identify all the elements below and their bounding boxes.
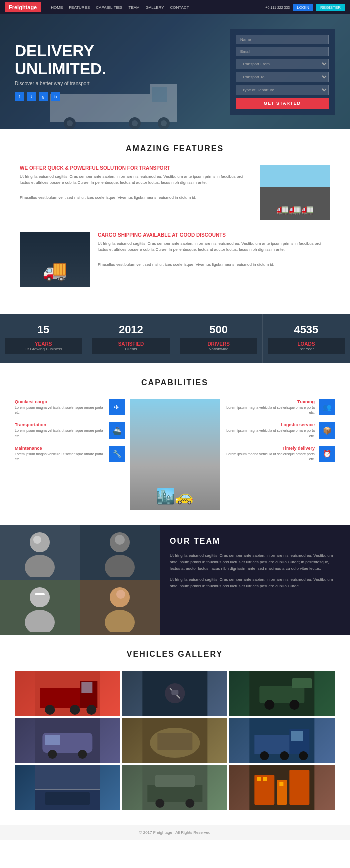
svg-point-14	[115, 535, 125, 545]
capabilities-left: Quickest cargo Lorem ipsum magna vehicul…	[15, 399, 130, 510]
svg-point-41	[78, 750, 87, 759]
svg-rect-66	[264, 777, 268, 781]
nav-contact[interactable]: CONTACT	[170, 5, 190, 10]
svg-point-6	[132, 120, 138, 126]
cap-timely-heading: Timely delivery	[225, 446, 315, 451]
nav-features[interactable]: FEATURES	[69, 5, 90, 10]
nav-team[interactable]: TEAM	[129, 5, 140, 10]
svg-point-27	[86, 705, 96, 715]
svg-point-19	[105, 610, 135, 632]
nav-gallery[interactable]: GALLERY	[146, 5, 164, 10]
svg-point-51	[300, 751, 308, 760]
svg-rect-24	[82, 682, 92, 693]
maintenance-icon: 🔧	[109, 446, 125, 462]
amazing-features-title: AMAZING FEATURES	[20, 144, 330, 153]
stat-drivers: 500 DRIVERS Nationwide	[176, 314, 263, 363]
cap-logistic-text: Logistic service Lorem ipsum magna vehic…	[225, 422, 315, 439]
social-icon-li[interactable]: in	[51, 92, 60, 101]
social-icon-gp[interactable]: g	[39, 92, 48, 101]
city-image	[130, 399, 220, 510]
svg-point-60	[186, 799, 194, 808]
cap-transportation-heading: Transportation	[15, 422, 105, 427]
feature-2-body1: Ut fringilla euismod sagittis. Cras semp…	[98, 241, 330, 253]
feature-2-body2: Phasellus vestibulum velit sed nisi ultr…	[98, 262, 330, 268]
svg-rect-46	[255, 735, 295, 754]
svg-point-35	[290, 700, 300, 710]
nav-logo: Freightage	[5, 2, 41, 12]
svg-rect-17	[35, 593, 45, 595]
navigation: Freightage HOME FEATURES CAPABILITIES TE…	[0, 0, 350, 14]
cap-training-text: Training Lorem ipsum magna vehicula ut s…	[225, 399, 315, 415]
gallery-item-6	[230, 718, 335, 763]
cap-transportation-text: Transportation Lorem ipsum magna vehicul…	[15, 422, 105, 439]
stat-loads-number: 4535	[268, 323, 345, 336]
svg-rect-48	[292, 731, 304, 741]
footer-text: © 2017 Freightage . All Rights Reserved	[140, 830, 211, 835]
stat-drivers-sublabel: Nationwide	[186, 347, 252, 351]
cap-timely-text: Timely delivery Lorem ipsum magna vehicu…	[225, 446, 315, 462]
svg-rect-65	[258, 777, 262, 781]
stat-drivers-number: 500	[180, 323, 258, 336]
svg-point-15	[30, 587, 50, 607]
timely-icon: ⏰	[319, 446, 335, 462]
cap-quickest-cargo-text: Quickest cargo Lorem ipsum magna vehicul…	[15, 399, 105, 415]
departure-type-select[interactable]: Type of Departure	[236, 85, 329, 95]
team-body-1: Ut fringilla euismod sagittis. Cras semp…	[170, 553, 340, 572]
feature-2-image	[20, 232, 90, 287]
cap-maintenance-body: Lorem ipsum magna vehicula ut scelerisqu…	[15, 452, 105, 462]
cap-quickest-cargo: Quickest cargo Lorem ipsum magna vehicul…	[15, 399, 125, 415]
quickest-cargo-icon: ✈	[109, 399, 125, 415]
nav-capabilities[interactable]: CAPABILITIES	[96, 5, 122, 10]
team-photos-grid	[0, 525, 160, 635]
transportation-icon: 🚢	[109, 422, 125, 439]
svg-rect-39	[45, 735, 60, 745]
svg-point-34	[265, 700, 275, 710]
stat-years: 15 YEARS Of Growing Business	[0, 314, 88, 363]
team-photo-1	[0, 525, 80, 580]
social-icon-tw[interactable]: t	[27, 92, 36, 101]
svg-point-26	[70, 705, 80, 715]
login-button[interactable]: LOGIN	[293, 4, 314, 11]
svg-point-49	[260, 751, 270, 760]
nav-home[interactable]: HOME	[51, 5, 63, 10]
cap-logistic: 📦 Logistic service Lorem ipsum magna veh…	[225, 422, 335, 439]
transport-to-select[interactable]: Transport To	[236, 72, 329, 82]
gallery-grid	[15, 671, 335, 810]
transport-from-select[interactable]: Transport From	[236, 59, 329, 69]
svg-point-8	[161, 120, 167, 126]
training-icon: 👥	[319, 399, 335, 415]
footer: © 2017 Freightage . All Rights Reserved	[0, 825, 350, 840]
cap-training: 👥 Training Lorem ipsum magna vehicula ut…	[225, 399, 335, 415]
svg-rect-22	[40, 688, 85, 708]
svg-rect-36	[292, 678, 312, 688]
gallery-item-3	[230, 671, 335, 716]
cap-quickest-cargo-body: Lorem ipsum magna vehicula ut scelerisqu…	[15, 405, 105, 415]
svg-rect-57	[148, 785, 202, 802]
get-started-button[interactable]: GET STARTED	[236, 98, 329, 109]
svg-point-4	[67, 120, 73, 126]
feature-1-body2: Phasellus vestibulum velit sed nisi ultr…	[20, 195, 252, 201]
feature-2-row: CARGO SHIPPING AVAILABLE AT GOOD DISCOUN…	[20, 232, 330, 287]
hero-subtitle: Discover a better way of transport	[15, 81, 230, 86]
stat-clients-label: SATISFIED	[98, 341, 164, 347]
register-button[interactable]: REGISTER	[316, 4, 345, 11]
social-icon-fb[interactable]: f	[15, 92, 24, 101]
team-section: OUR TEAM Ut fringilla euismod sagittis. …	[0, 525, 350, 635]
svg-rect-31	[172, 690, 178, 695]
cap-logistic-heading: Logistic service	[225, 422, 315, 427]
stat-clients: 2012 SATISFIED Clients	[88, 314, 175, 363]
svg-point-25	[45, 705, 55, 715]
svg-rect-64	[290, 770, 310, 805]
hero-form: Transport From Transport To Type of Depa…	[230, 29, 335, 115]
svg-point-50	[280, 751, 290, 760]
cap-training-heading: Training	[225, 399, 315, 404]
feature-1-image	[260, 165, 330, 220]
nav-phone: +0 111 222 333	[266, 6, 290, 9]
email-input[interactable]	[236, 47, 329, 56]
gallery-item-7	[15, 765, 120, 810]
cap-maintenance: Maintenance Lorem ipsum magna vehicula u…	[15, 446, 125, 462]
gallery-item-8	[122, 765, 228, 810]
name-input[interactable]	[236, 35, 329, 44]
stat-drivers-label: DRIVERS	[186, 341, 252, 347]
stat-years-sublabel: Of Growing Business	[11, 347, 76, 351]
